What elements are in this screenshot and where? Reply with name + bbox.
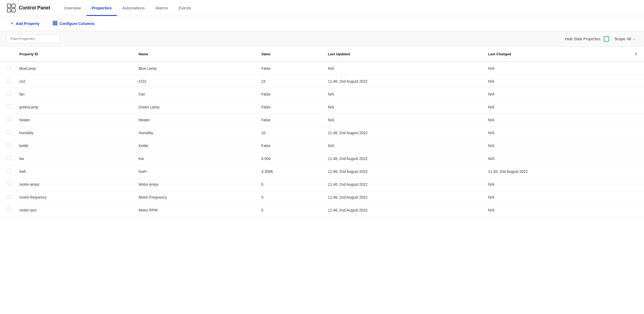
svg-rect-2: [7, 9, 11, 12]
table-row[interactable]: kwKw0.00411:46, 2nd August 2022N/A: [0, 152, 644, 165]
row-checkbox-cell: [0, 114, 15, 126]
cell-name: Heater: [134, 114, 257, 126]
tab-events[interactable]: Events: [173, 0, 196, 16]
svg-rect-10: [53, 24, 54, 25]
row-checkbox[interactable]: [6, 156, 11, 160]
cell-last-changed: N/A: [484, 62, 644, 75]
cell-property-id: kw: [15, 152, 134, 165]
cell-property-id: greenLamp: [15, 101, 134, 114]
row-checkbox[interactable]: [6, 182, 11, 186]
cell-property-id: co2: [15, 75, 134, 88]
cell-last-updated: N/A: [324, 101, 484, 114]
cell-name: Fan: [134, 88, 257, 101]
filter-bar: Hide Stale Properties Scope: All ⌄: [0, 31, 644, 47]
cell-value: False: [257, 139, 324, 152]
row-checkbox-cell: [0, 101, 15, 114]
svg-rect-4: [53, 21, 54, 22]
columns-icon: [53, 21, 57, 26]
configure-columns-button[interactable]: Configure Columns: [48, 19, 99, 28]
row-checkbox-cell: [0, 178, 15, 191]
toolbar: + Add Property Configure Columns: [0, 16, 644, 31]
cell-property-id: kettle: [15, 139, 134, 152]
row-checkbox[interactable]: [6, 169, 11, 173]
row-checkbox-cell: [0, 126, 15, 139]
table-row[interactable]: greenLampGreen LampFalseN/AN/A: [0, 101, 644, 114]
cell-property-id: fan: [15, 88, 134, 101]
cell-value: False: [257, 88, 324, 101]
col-last-changed[interactable]: Last Changed +: [484, 47, 644, 61]
cell-value: 0: [257, 191, 324, 204]
table-row[interactable]: kwhKwH3.359811:46, 2nd August 202211:45,…: [0, 165, 644, 178]
cell-name: Blue Lamp: [134, 62, 257, 75]
table-row[interactable]: motor-frequencyMotor Frequency011:46, 2n…: [0, 191, 644, 204]
svg-rect-1: [12, 4, 15, 8]
row-checkbox[interactable]: [6, 207, 11, 212]
table-row[interactable]: motor-ampsMotor Amps011:46, 2nd August 2…: [0, 178, 644, 191]
row-checkbox-cell: [0, 62, 15, 75]
col-last-updated[interactable]: Last Updated: [324, 47, 484, 62]
table-row[interactable]: heaterHeaterFalseN/AN/A: [0, 114, 644, 126]
tab-automations[interactable]: Automations: [117, 0, 150, 16]
row-checkbox-cell: [0, 204, 15, 217]
table-row[interactable]: motor-rpmMotor RPM011:46, 2nd August 202…: [0, 204, 644, 217]
tab-overview[interactable]: Overview: [59, 0, 86, 16]
table-row[interactable]: kettleKettleFalseN/AN/A: [0, 139, 644, 152]
tab-alarms[interactable]: Alarms: [150, 0, 173, 16]
cell-name: Kw: [134, 152, 257, 165]
row-checkbox-cell: [0, 88, 15, 101]
cell-name: Motor Amps: [134, 178, 257, 191]
row-checkbox[interactable]: [6, 104, 11, 109]
brand-icon: [6, 3, 16, 13]
cell-property-id: motor-frequency: [15, 191, 134, 204]
filter-properties-input[interactable]: [6, 34, 60, 43]
properties-table: Property ID Name Value Last Updated Last…: [0, 47, 644, 217]
hide-stale-checkbox[interactable]: [604, 36, 609, 42]
cell-name: KwH: [134, 165, 257, 178]
row-checkbox[interactable]: [6, 117, 11, 122]
cell-value: 0: [257, 178, 324, 191]
cell-property-id: humidity: [15, 126, 134, 139]
svg-rect-8: [54, 23, 56, 24]
table-row[interactable]: co2CO22311:46, 2nd August 2022N/A: [0, 75, 644, 88]
row-checkbox[interactable]: [6, 66, 11, 70]
cell-name: Humidity: [134, 126, 257, 139]
row-checkbox[interactable]: [6, 143, 11, 147]
brand: Control Panel: [6, 3, 50, 13]
scope-button[interactable]: Scope: All ⌄: [612, 36, 638, 42]
cell-value: 10: [257, 126, 324, 139]
cell-last-updated: N/A: [324, 88, 484, 101]
cell-last-updated: N/A: [324, 62, 484, 75]
row-checkbox[interactable]: [6, 195, 11, 199]
svg-rect-12: [56, 24, 57, 25]
col-property-id[interactable]: Property ID: [15, 47, 134, 62]
cell-last-updated: N/A: [324, 139, 484, 152]
row-checkbox[interactable]: [6, 79, 11, 83]
cell-last-changed: N/A: [484, 191, 644, 204]
nav-tabs: Overview Properties Automations Alarms E…: [59, 0, 196, 16]
col-name[interactable]: Name: [134, 47, 257, 62]
toolbar-divider: [46, 19, 46, 28]
cell-last-changed: N/A: [484, 204, 644, 217]
tab-properties[interactable]: Properties: [86, 0, 117, 16]
svg-rect-11: [54, 24, 56, 25]
hide-stale-label: Hide Stale Properties: [565, 37, 600, 41]
table-row[interactable]: fanFanFalseN/AN/A: [0, 88, 644, 101]
row-checkbox[interactable]: [6, 130, 11, 134]
add-property-button[interactable]: + Add Property: [6, 19, 44, 28]
cell-name: Green Lamp: [134, 101, 257, 114]
cell-last-updated: 11:46, 2nd August 2022: [324, 126, 484, 139]
col-value[interactable]: Value: [257, 47, 324, 62]
table-row[interactable]: humidityHumidity1011:46, 2nd August 2022…: [0, 126, 644, 139]
add-column-button[interactable]: +: [632, 50, 640, 58]
cell-last-changed: N/A: [484, 88, 644, 101]
cell-last-changed: N/A: [484, 114, 644, 126]
cell-last-updated: 11:46, 2nd August 2022: [324, 152, 484, 165]
row-checkbox-cell: [0, 191, 15, 204]
cell-last-changed: N/A: [484, 152, 644, 165]
svg-rect-6: [56, 21, 57, 22]
cell-last-changed: N/A: [484, 126, 644, 139]
cell-value: 0: [257, 204, 324, 217]
svg-rect-9: [56, 23, 57, 24]
row-checkbox[interactable]: [6, 92, 11, 96]
table-row[interactable]: blueLampBlue LampFalseN/AN/A: [0, 62, 644, 75]
